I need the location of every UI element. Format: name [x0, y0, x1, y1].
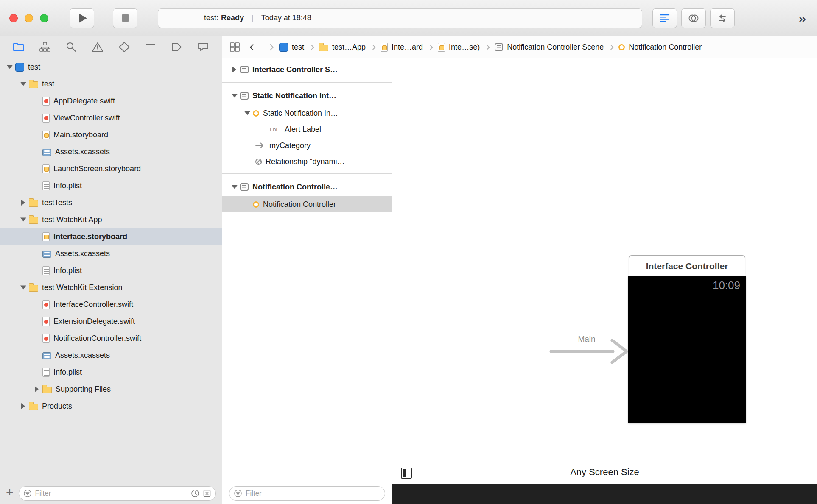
tree-row-label: Info.plist — [53, 181, 82, 190]
breadcrumb-label: Inte…ard — [392, 43, 423, 52]
swift-file-icon — [42, 317, 50, 326]
tree-row-label: Assets.xcassets — [55, 148, 110, 156]
tree-row-project[interactable]: test — [0, 58, 222, 75]
disclosure-triangle[interactable] — [19, 194, 29, 211]
standard-editor-button[interactable] — [652, 8, 677, 28]
xcode-project-icon — [279, 43, 288, 52]
disclosure-triangle[interactable] — [243, 105, 253, 121]
breadcrumb-group[interactable]: test…App — [319, 43, 366, 52]
tree-row-file[interactable]: ViewController.swift — [0, 109, 222, 126]
status-time: Today at 18:48 — [261, 14, 311, 22]
tree-row-file[interactable]: LaunchScreen.storyboard — [0, 160, 222, 177]
tree-row-file[interactable]: Assets.xcassets — [0, 347, 222, 364]
disclosure-spacer — [32, 160, 42, 177]
watch-interface-screen[interactable]: 10:09 — [628, 276, 746, 423]
tree-row-file[interactable]: Info.plist — [0, 364, 222, 381]
project-navigator-panel: test test AppDelegate.swift ViewControll… — [0, 58, 222, 504]
navigator-filter-input[interactable] — [35, 489, 187, 498]
search-icon — [65, 42, 77, 53]
find-navigator-button[interactable] — [64, 41, 78, 53]
zoom-button[interactable] — [40, 14, 48, 22]
outline-scene-group[interactable]: Static Notification Int… — [222, 86, 392, 105]
outline-filter-input[interactable] — [246, 489, 381, 498]
play-icon — [79, 14, 87, 23]
source-control-filter-icon[interactable] — [203, 489, 211, 498]
tree-row-group[interactable]: Supporting Files — [0, 381, 222, 398]
outline-scene-group[interactable]: Notification Controlle… — [222, 178, 392, 196]
tree-row-file[interactable]: Assets.xcassets — [0, 245, 222, 262]
disclosure-triangle[interactable] — [19, 75, 29, 92]
outline-controller-row-selected[interactable]: Notification Controller — [222, 196, 392, 212]
stop-button[interactable] — [113, 8, 137, 28]
tree-row-file-selected[interactable]: Interface.storyboard — [0, 228, 222, 245]
any-screen-size-button[interactable]: Any Screen Size — [392, 467, 817, 478]
tree-row-label: Info.plist — [53, 368, 82, 377]
run-button[interactable] — [70, 8, 94, 28]
outline-filter-field[interactable] — [229, 486, 385, 501]
report-navigator-button[interactable] — [196, 41, 210, 53]
assistant-editor-button[interactable] — [681, 8, 706, 28]
plist-file-icon — [42, 181, 50, 190]
navigator-filter-field[interactable] — [19, 486, 216, 501]
breadcrumb-separator-icon — [428, 45, 433, 50]
breadcrumb-storyboard-base[interactable]: Inte…se) — [438, 43, 480, 52]
add-button[interactable]: + — [6, 486, 14, 498]
version-editor-button[interactable] — [710, 8, 735, 28]
breadcrumb-storyboard[interactable]: Inte…ard — [381, 43, 423, 52]
tree-row-group[interactable]: testTests — [0, 194, 222, 211]
disclosure-triangle[interactable] — [230, 58, 240, 81]
disclosure-triangle[interactable] — [19, 279, 29, 296]
disclosure-spacer — [32, 347, 42, 364]
outline-segue-row[interactable]: myCategory — [222, 137, 392, 153]
test-navigator-button[interactable] — [118, 41, 131, 53]
warning-triangle-icon — [92, 42, 104, 53]
window-controls — [9, 14, 48, 22]
version-editor-icon — [716, 13, 728, 23]
symbol-navigator-button[interactable] — [38, 41, 52, 53]
storyboard-entry-arrow[interactable] — [549, 333, 632, 370]
activity-viewer: test: Ready | Today at 18:48 — [158, 8, 642, 28]
outline-scene-group[interactable]: Interface Controller S… — [222, 58, 392, 81]
interface-controller-icon — [618, 44, 625, 50]
disclosure-triangle[interactable] — [32, 381, 42, 398]
outline-relationship-row[interactable]: Relationship "dynami… — [222, 153, 392, 170]
tree-row-file[interactable]: ExtensionDelegate.swift — [0, 313, 222, 330]
disclosure-triangle[interactable] — [19, 398, 29, 415]
toolbar-overflow-button[interactable]: » — [798, 11, 806, 25]
breadcrumb-controller[interactable]: Notification Controller — [618, 43, 702, 52]
tree-row-label: NotificationController.swift — [53, 334, 141, 343]
storyboard-canvas[interactable]: Interface Controller 10:09 Main Any Scre… — [392, 58, 817, 504]
disclosure-spacer — [32, 228, 42, 245]
tree-row-file[interactable]: Main.storyboard — [0, 126, 222, 143]
project-navigator-button[interactable] — [12, 41, 25, 53]
related-items-button[interactable] — [228, 41, 242, 53]
tree-row-file[interactable]: NotificationController.swift — [0, 330, 222, 347]
back-button[interactable] — [250, 44, 257, 50]
tree-row-file[interactable]: Assets.xcassets — [0, 143, 222, 160]
tree-row-group[interactable]: Products — [0, 398, 222, 415]
breakpoint-navigator-button[interactable] — [170, 41, 184, 53]
disclosure-triangle[interactable] — [5, 58, 15, 75]
tree-row-group[interactable]: test WatchKit App — [0, 211, 222, 228]
scene-title-bar[interactable]: Interface Controller — [629, 255, 745, 276]
tree-row-group[interactable]: test — [0, 75, 222, 92]
debug-navigator-button[interactable] — [144, 41, 157, 53]
outline-label-row[interactable]: Lbl Alert Label — [222, 121, 392, 137]
tree-row-group[interactable]: test WatchKit Extension — [0, 279, 222, 296]
disclosure-triangle[interactable] — [230, 86, 240, 105]
tree-row-file[interactable]: InterfaceController.swift — [0, 296, 222, 313]
minimize-button[interactable] — [25, 14, 33, 22]
storyboard-file-icon — [42, 131, 50, 139]
outline-controller-row[interactable]: Static Notification In… — [222, 105, 392, 121]
breadcrumb-scene[interactable]: Notification Controller Scene — [495, 43, 604, 52]
tree-row-file[interactable]: AppDelegate.swift — [0, 92, 222, 109]
tree-row-file[interactable]: Info.plist — [0, 262, 222, 279]
recents-clock-icon[interactable] — [191, 489, 199, 498]
issue-navigator-button[interactable] — [91, 41, 104, 53]
tree-row-file[interactable]: Info.plist — [0, 177, 222, 194]
forward-button[interactable] — [267, 44, 274, 50]
disclosure-triangle[interactable] — [230, 178, 240, 196]
disclosure-triangle[interactable] — [19, 211, 29, 228]
breadcrumb-project[interactable]: test — [279, 43, 304, 52]
close-button[interactable] — [9, 14, 18, 22]
